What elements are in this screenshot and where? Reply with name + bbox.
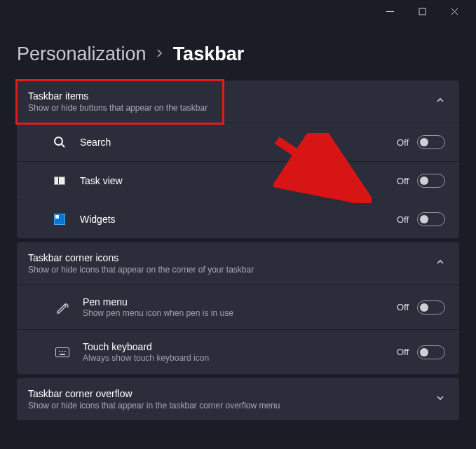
minimize-button[interactable] (374, 0, 406, 22)
item-label: Touch keyboard (83, 341, 397, 352)
toggle-touchkeyboard[interactable] (417, 345, 445, 359)
item-label: Search (80, 137, 397, 148)
toggle-state: Off (397, 302, 409, 312)
section-header-taskbar-items[interactable]: Taskbar items Show or hide buttons that … (17, 81, 459, 123)
maximize-button[interactable] (406, 0, 438, 22)
section-taskbar-items: Taskbar items Show or hide buttons that … (17, 81, 459, 238)
item-sublabel: Always show touch keyboard icon (83, 353, 397, 363)
toggle-state: Off (397, 176, 409, 186)
search-icon (52, 134, 67, 150)
section-subtitle: Show or hide icons that appear on the co… (28, 265, 254, 275)
page-header: Personalization Taskbar (0, 22, 476, 81)
toggle-state: Off (397, 347, 409, 357)
window-titlebar (0, 0, 476, 22)
page-title: Taskbar (173, 43, 245, 65)
svg-line-5 (62, 144, 64, 147)
taskbar-item-search[interactable]: Search Off (17, 123, 459, 161)
section-corner-overflow: Taskbar corner overflow Show or hide ico… (17, 378, 459, 420)
chevron-right-icon (156, 48, 163, 61)
toggle-search[interactable] (417, 135, 445, 149)
keyboard-icon (55, 345, 70, 360)
corner-item-penmenu[interactable]: Pen menu Show pen menu icon when pen is … (17, 284, 459, 329)
taskbar-item-taskview[interactable]: Task view Off (17, 161, 459, 200)
corner-item-touchkeyboard[interactable]: Touch keyboard Always show touch keyboar… (17, 329, 459, 374)
section-subtitle: Show or hide icons that appear in the ta… (28, 401, 280, 410)
item-sublabel: Show pen menu icon when pen is in use (83, 308, 397, 318)
item-label: Pen menu (83, 296, 397, 308)
section-header-corner-overflow[interactable]: Taskbar corner overflow Show or hide ico… (17, 378, 459, 420)
taskview-icon (52, 173, 67, 188)
toggle-state: Off (397, 137, 409, 148)
widgets-icon (52, 212, 67, 227)
section-title: Taskbar corner icons (28, 252, 254, 263)
toggle-widgets[interactable] (417, 212, 445, 226)
item-label: Widgets (80, 214, 397, 225)
svg-point-4 (55, 137, 62, 145)
close-button[interactable] (438, 0, 470, 22)
pen-icon (55, 300, 70, 315)
chevron-up-icon (435, 95, 445, 108)
item-label: Task view (80, 175, 397, 186)
taskbar-item-widgets[interactable]: Widgets Off (17, 200, 459, 238)
toggle-penmenu[interactable] (417, 301, 445, 315)
chevron-down-icon (435, 393, 445, 406)
section-corner-icons: Taskbar corner icons Show or hide icons … (17, 242, 459, 374)
svg-rect-1 (419, 8, 426, 15)
section-title: Taskbar corner overflow (28, 388, 280, 399)
section-subtitle: Show or hide buttons that appear on the … (28, 103, 208, 113)
breadcrumb: Personalization Taskbar (17, 43, 459, 65)
toggle-taskview[interactable] (417, 174, 445, 188)
section-header-corner-icons[interactable]: Taskbar corner icons Show or hide icons … (17, 242, 459, 284)
chevron-up-icon (435, 257, 445, 270)
toggle-state: Off (397, 214, 409, 225)
breadcrumb-parent[interactable]: Personalization (17, 43, 147, 65)
section-title: Taskbar items (28, 90, 208, 102)
